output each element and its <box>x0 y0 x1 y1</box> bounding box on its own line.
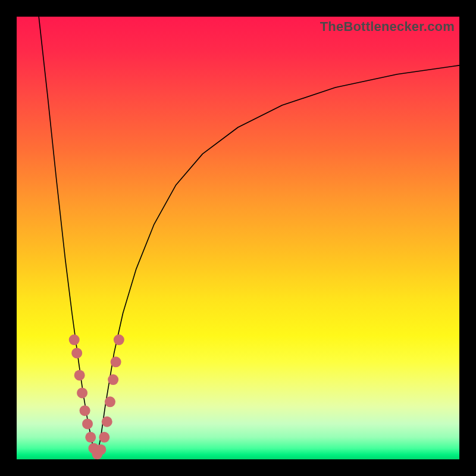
marker-dot <box>69 334 80 345</box>
bottleneck-curve <box>39 17 459 459</box>
marker-dot <box>80 405 90 416</box>
marker-dot <box>102 416 112 427</box>
marker-dot <box>114 334 124 345</box>
marker-dot <box>108 374 118 385</box>
marker-dot <box>105 396 115 407</box>
bottleneck-curve-right <box>96 65 459 459</box>
marker-dot <box>77 387 87 398</box>
marker-dot <box>74 370 85 381</box>
marker-dot <box>95 444 106 455</box>
marker-dot <box>82 418 93 429</box>
plot-area: TheBottlenecker.com <box>17 17 459 459</box>
marker-dots-group <box>69 334 124 459</box>
marker-dot <box>71 347 82 358</box>
chart-svg <box>17 17 459 459</box>
marker-dot <box>111 356 121 367</box>
bottleneck-curve-left <box>39 17 96 459</box>
marker-dot <box>85 432 96 443</box>
watermark-text: TheBottlenecker.com <box>320 19 455 35</box>
chart-frame: TheBottlenecker.com <box>0 0 476 476</box>
marker-dot <box>99 432 109 443</box>
